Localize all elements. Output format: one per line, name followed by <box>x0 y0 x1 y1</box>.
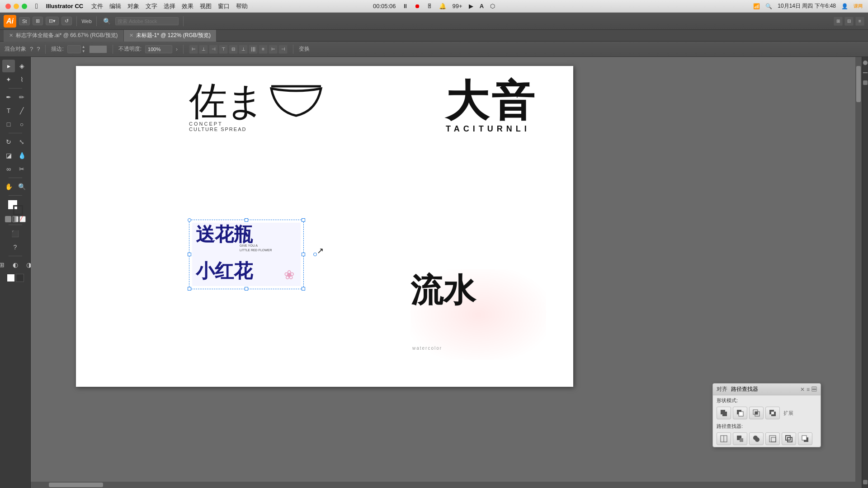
adobe-stock-search[interactable] <box>115 17 179 25</box>
canvas-scrollbar-h[interactable] <box>31 482 855 488</box>
minimize-button[interactable] <box>14 4 19 9</box>
ellipse-tool[interactable]: ○ <box>15 118 28 131</box>
extra-btn-1[interactable]: ⊞ <box>0 258 8 271</box>
sel-handle-tr[interactable] <box>302 218 305 222</box>
sel-handle-tl[interactable] <box>188 218 191 222</box>
paintbucket-tool[interactable]: ◪ <box>2 149 15 162</box>
tab-1[interactable]: ✕ 未标题-1* @ 122% (RGB/预览) <box>124 30 217 42</box>
align-left-btn[interactable]: ⊢ <box>189 45 198 54</box>
eyedropper-tool[interactable]: 💧 <box>15 149 28 162</box>
direct-selection-tool[interactable]: ◈ <box>15 60 28 72</box>
dock-icon-1[interactable] <box>863 61 868 65</box>
apple-icon[interactable]:  <box>35 2 38 10</box>
pf-trim-btn[interactable] <box>733 432 747 445</box>
extra-btn-2[interactable]: ◐ <box>9 258 22 271</box>
color-mode-btn[interactable] <box>5 216 11 222</box>
canvas-scrollbar-v-thumb[interactable] <box>856 66 861 102</box>
align-right-btn[interactable]: ⊣ <box>209 45 218 54</box>
menu-items[interactable]: 文件 编辑 对象 文字 选择 效果 视图 窗口 帮助 <box>91 2 248 10</box>
distribute-v-btn[interactable]: ≡ <box>259 45 268 54</box>
border-value-input[interactable] <box>67 45 81 53</box>
pf-menu-btn[interactable]: ≡ <box>807 386 810 393</box>
align-center-v-btn[interactable]: ⊟ <box>229 45 238 54</box>
maximize-button[interactable] <box>22 4 27 9</box>
menu-effect[interactable]: 效果 <box>182 2 193 10</box>
magic-wand-tool[interactable]: ✦ <box>2 73 15 86</box>
stroke-color[interactable] <box>13 205 23 215</box>
line-tool[interactable]: ╱ <box>15 104 28 117</box>
pf-crop-btn[interactable] <box>765 432 780 445</box>
pf-merge-btn[interactable] <box>749 432 764 445</box>
menu-file[interactable]: 文件 <box>91 2 103 10</box>
pf-tab-align[interactable]: 对齐 <box>717 385 727 393</box>
dock-icon-3[interactable] <box>863 80 868 85</box>
border-down-btn[interactable]: ▼ <box>82 49 85 53</box>
dock-icon-4[interactable] <box>863 480 868 484</box>
align-menu-icon[interactable]: ≡ <box>855 17 864 26</box>
pf-outline-btn[interactable] <box>782 432 796 445</box>
obj-question2-icon[interactable]: ? <box>37 46 40 52</box>
menu-type[interactable]: 文字 <box>146 2 157 10</box>
dock-icon-2[interactable] <box>863 72 868 73</box>
pf-intersect-btn[interactable] <box>749 407 764 419</box>
pf-divide-btn[interactable] <box>717 432 731 445</box>
sel-handle-mr[interactable] <box>302 253 305 256</box>
sel-handle-bm[interactable] <box>245 287 248 291</box>
hand-tool[interactable]: ✋ <box>2 180 15 193</box>
sel-handle-bl[interactable] <box>188 287 191 291</box>
scale-tool[interactable]: ⤡ <box>15 136 28 148</box>
menu-window[interactable]: 窗口 <box>218 2 230 10</box>
align-right-panel-icon[interactable]: ⊟ <box>844 17 854 26</box>
toolbar-btn-rotate[interactable]: ↺ <box>61 17 72 25</box>
menu-object[interactable]: 对象 <box>127 2 139 10</box>
fill-stroke-indicator[interactable] <box>8 200 23 215</box>
pf-minus-back-btn[interactable] <box>798 432 812 445</box>
lasso-tool[interactable]: ⌇ <box>15 73 28 86</box>
none-mode-btn[interactable]: ╱ <box>19 216 26 222</box>
sel-handle-br[interactable] <box>302 287 305 291</box>
border-up-btn[interactable]: ▲ <box>82 45 85 49</box>
zoom-tool[interactable]: 🔍 <box>15 180 28 193</box>
help-tool[interactable]: ? <box>9 241 22 253</box>
color-swatch[interactable] <box>89 45 107 53</box>
opacity-arrow[interactable]: › <box>176 46 178 52</box>
pf-close-btn[interactable]: ✕ <box>800 386 805 393</box>
align-grid-icon[interactable]: ⊞ <box>834 17 843 26</box>
obj-question-icon[interactable]: ? <box>30 46 33 52</box>
sel-rotate-handle[interactable] <box>313 253 317 256</box>
pf-unite-btn[interactable] <box>717 407 731 419</box>
sel-handle-ml[interactable] <box>188 253 191 256</box>
canvas-scrollbar-h-thumb[interactable] <box>49 483 103 487</box>
rotate-tool[interactable]: ↻ <box>2 136 15 148</box>
artboard-tool[interactable]: ⬛ <box>9 227 22 240</box>
pf-subtract-btn[interactable] <box>733 407 747 419</box>
selection-tool[interactable]: ▸ <box>2 60 15 72</box>
traffic-lights[interactable] <box>5 4 27 9</box>
type-tool[interactable]: T <box>2 104 15 117</box>
close-button[interactable] <box>5 4 11 9</box>
tab-close-1[interactable]: ✕ <box>129 33 133 38</box>
align-bottom-btn[interactable]: ⊥ <box>239 45 248 54</box>
toolbar-btn-st[interactable]: St <box>19 17 30 25</box>
pf-minimize-btn[interactable]: — <box>811 386 817 392</box>
pen-tool[interactable]: ✒ <box>2 91 15 103</box>
toolbar-btn-arrange[interactable]: ⊟▾ <box>46 17 59 25</box>
toolbar-btn-layout[interactable]: ⊞ <box>33 17 43 25</box>
align-top-btn[interactable]: ⊤ <box>219 45 228 54</box>
tab-0[interactable]: ✕ 标志字体全能备.ai* @ 66.67% (RGB/预览) <box>4 30 124 42</box>
toolbar-search-icon[interactable]: 🔍 <box>101 17 113 26</box>
border-stepper[interactable]: ▲ ▼ <box>82 45 85 53</box>
tab-close-0[interactable]: ✕ <box>9 33 13 38</box>
canvas-scrollbar-v[interactable] <box>855 57 862 488</box>
opacity-input[interactable] <box>145 45 172 53</box>
menu-help[interactable]: 帮助 <box>236 2 248 10</box>
selected-group-container[interactable]: 送花瓶 GIVE YOU A LITTLE RED FLOWER 小红花 ❀ ↗ <box>189 220 304 291</box>
brush-tool[interactable]: ✏ <box>15 91 28 103</box>
distribute-h-btn[interactable]: |‖| <box>249 45 258 54</box>
menu-select[interactable]: 选择 <box>164 2 175 10</box>
sel-handle-tm[interactable] <box>245 218 248 222</box>
menu-view[interactable]: 视图 <box>200 2 212 10</box>
pf-tab-pathfinder[interactable]: 路径查找器 <box>731 385 758 393</box>
menu-edit[interactable]: 编辑 <box>109 2 121 10</box>
canvas-area[interactable]: 佐 ま CONCEPT CULTURE SPREAD <box>31 57 862 488</box>
